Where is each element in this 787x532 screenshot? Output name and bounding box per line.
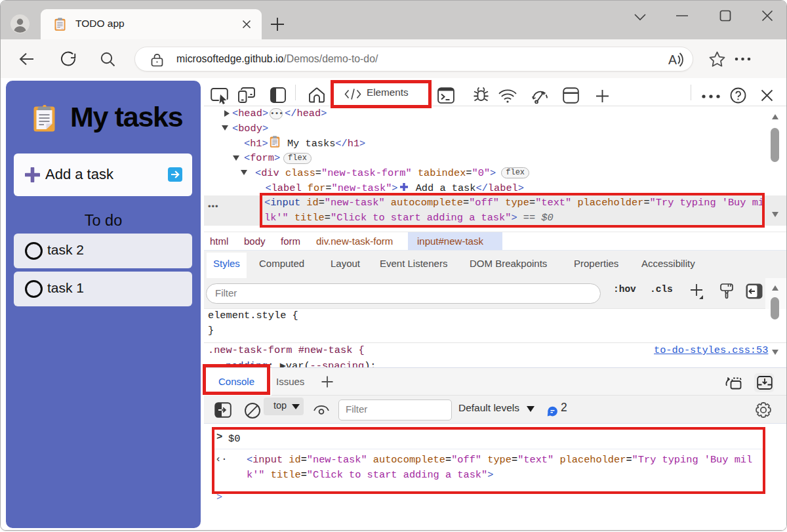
svg-text:A: A — [668, 52, 677, 67]
